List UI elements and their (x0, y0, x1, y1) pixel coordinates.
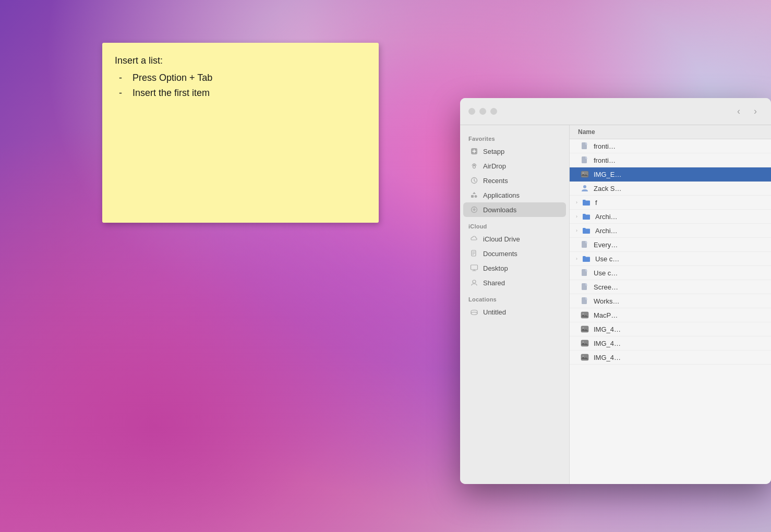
file-name: Zack S… (594, 185, 621, 192)
file-name: Archi… (595, 227, 618, 235)
maximize-button[interactable] (490, 108, 497, 115)
file-item[interactable]: Use c… (570, 266, 771, 280)
svg-rect-21 (581, 326, 588, 332)
file-item[interactable]: IMG_4… (570, 322, 771, 336)
file-item[interactable]: Works… (570, 294, 771, 308)
note-item-2: - Insert the first item (119, 86, 366, 101)
file-item[interactable]: Every… (570, 238, 771, 252)
forward-button[interactable]: › (748, 104, 763, 119)
file-name: IMG_4… (594, 340, 621, 347)
file-name: MacP… (594, 311, 618, 319)
sidebar-item-shared[interactable]: Shared (463, 275, 566, 290)
chevron-icon: › (576, 214, 577, 219)
sidebar-item-airdrop[interactable]: AirDrop (463, 159, 566, 173)
sidebar-item-applications[interactable]: Applications (463, 188, 566, 202)
sidebar-item-recents[interactable]: Recents (463, 173, 566, 188)
svg-rect-23 (581, 340, 588, 346)
minimize-button[interactable] (479, 108, 486, 115)
file-type-icon (582, 254, 591, 263)
recents-icon (469, 176, 479, 185)
sidebar-item-setapp[interactable]: Setapp (463, 144, 566, 159)
file-item[interactable]: IMG_4… (570, 350, 771, 365)
file-item[interactable]: IMG_4… (570, 336, 771, 350)
file-type-icon (582, 198, 591, 207)
sidebar-item-downloads[interactable]: Downloads (463, 202, 566, 217)
sidebar-item-documents[interactable]: Documents (463, 246, 566, 261)
file-item[interactable]: › Archi… (570, 224, 771, 238)
sidebar-item-desktop[interactable]: Desktop (463, 261, 566, 275)
desktop-icon (469, 263, 479, 273)
finder-content: Favorites Setapp (460, 125, 771, 484)
setapp-label: Setapp (483, 148, 504, 155)
documents-label: Documents (483, 250, 517, 258)
note-text-2: Insert the first item (132, 86, 210, 101)
airdrop-label: AirDrop (483, 162, 506, 170)
sidebar: Favorites Setapp (460, 125, 570, 484)
sidebar-section-icloud: iCloud (460, 217, 569, 232)
nav-buttons: ‹ › (731, 104, 763, 119)
file-item[interactable]: fronti… (570, 139, 771, 153)
sidebar-section-locations: Locations (460, 290, 569, 305)
documents-icon (469, 249, 479, 258)
file-name: fronti… (594, 142, 616, 150)
file-name: IMG_4… (594, 354, 621, 361)
note-text-1: Press Option + Tab (132, 70, 212, 86)
setapp-icon (469, 147, 479, 156)
icloud-drive-label: iCloud Drive (483, 235, 520, 243)
drive-icon (469, 307, 479, 317)
file-item[interactable]: Zack S… (570, 182, 771, 196)
svg-rect-25 (581, 354, 588, 360)
chevron-icon: › (576, 256, 577, 261)
applications-icon (469, 190, 479, 200)
file-rows: fronti… fronti… IMG_E… Zack S…› f› Archi… (570, 139, 771, 365)
file-name: Works… (594, 297, 620, 305)
file-name: IMG_4… (594, 325, 621, 333)
desktop-label: Desktop (483, 264, 508, 272)
file-type-icon (580, 310, 589, 320)
sidebar-item-icloud-drive[interactable]: iCloud Drive (463, 232, 566, 246)
file-name: Use c… (594, 269, 618, 277)
shared-label: Shared (483, 279, 505, 287)
close-button[interactable] (468, 108, 475, 115)
sidebar-section-favorites: Favorites (460, 129, 569, 144)
file-type-icon (580, 268, 589, 277)
file-item[interactable]: MacP… (570, 308, 771, 322)
sidebar-item-untitled[interactable]: Untitled (463, 305, 566, 319)
file-type-icon (580, 170, 589, 179)
file-item[interactable]: › Use c… (570, 252, 771, 266)
file-item[interactable]: › f (570, 196, 771, 210)
file-list-panel: Name fronti… fronti… IMG_E… Zack S…› f› … (570, 125, 771, 484)
file-name: Archi… (595, 213, 618, 221)
svg-point-4 (475, 195, 477, 198)
svg-rect-3 (471, 195, 474, 198)
downloads-icon (469, 205, 479, 214)
svg-rect-7 (471, 265, 478, 270)
icloud-drive-icon (469, 234, 479, 244)
file-item[interactable]: Scree… (570, 280, 771, 294)
untitled-label: Untitled (483, 308, 506, 316)
file-item[interactable]: fronti… (570, 153, 771, 167)
title-bar: ‹ › (460, 98, 771, 125)
back-button[interactable]: ‹ (731, 104, 746, 119)
file-type-icon (582, 212, 591, 221)
file-name: Use c… (595, 255, 619, 263)
file-type-icon (580, 141, 589, 151)
file-type-icon (580, 240, 589, 249)
file-type-icon (580, 353, 589, 362)
traffic-lights (468, 108, 497, 115)
file-name: Scree… (594, 283, 618, 291)
file-name: IMG_E… (594, 171, 621, 178)
note-item-1: - Press Option + Tab (119, 70, 366, 86)
svg-point-9 (471, 312, 477, 315)
file-name: f (595, 199, 597, 207)
svg-rect-19 (581, 312, 588, 318)
file-type-icon (580, 296, 589, 306)
file-type-icon (580, 155, 589, 165)
note-dash-2: - (119, 86, 122, 101)
recents-label: Recents (483, 177, 508, 185)
file-item[interactable]: IMG_E… (570, 167, 771, 182)
svg-point-8 (473, 280, 476, 283)
file-item[interactable]: › Archi… (570, 210, 771, 224)
airdrop-icon (469, 161, 479, 171)
svg-rect-12 (581, 171, 588, 177)
